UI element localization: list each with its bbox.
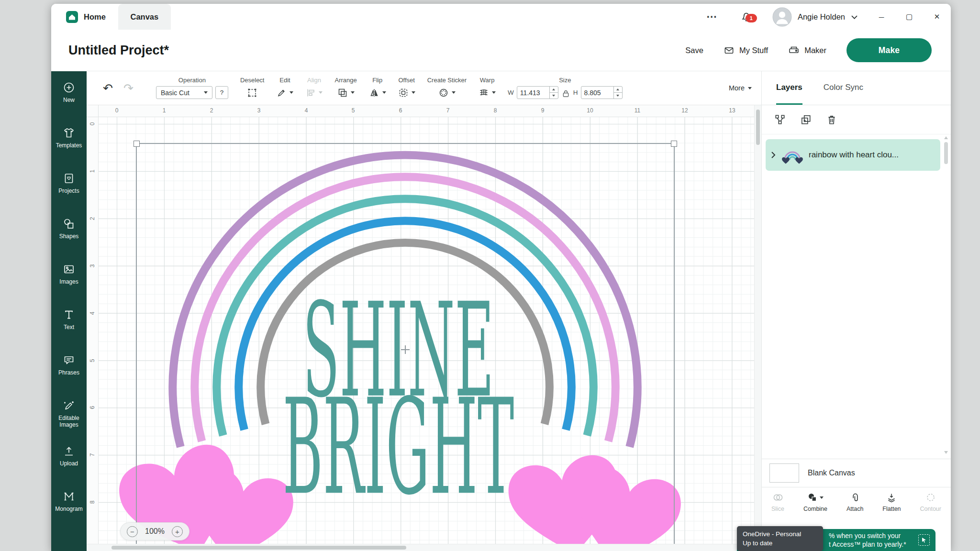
flip-button[interactable] — [369, 86, 386, 99]
sticker-icon — [438, 88, 449, 98]
more-button[interactable]: More — [729, 84, 752, 92]
contour-button: Contour — [920, 492, 941, 512]
chevron-right-icon[interactable] — [770, 151, 776, 159]
height-input[interactable]: 8.805 — [581, 86, 623, 99]
chevron-down-icon — [492, 91, 496, 94]
flip-group: Flip — [369, 77, 386, 99]
blank-canvas-row: Blank Canvas — [762, 459, 951, 487]
layers-scrollbar[interactable] — [944, 136, 948, 454]
step-up-icon — [616, 88, 619, 90]
tab-layers[interactable]: Layers — [776, 71, 802, 105]
chevron-down-icon — [319, 91, 323, 94]
machine-icon — [788, 44, 800, 56]
help-button[interactable]: ? — [215, 86, 228, 99]
zoom-control: − 100% + — [120, 522, 189, 540]
chevron-down-icon — [452, 91, 456, 94]
tshirt-icon — [63, 127, 75, 139]
sidebar-item-monogram[interactable]: Monogram — [51, 484, 87, 529]
make-button[interactable]: Make — [846, 38, 932, 62]
vertical-scroll-thumb[interactable] — [756, 110, 760, 145]
attach-button[interactable]: Attach — [846, 492, 863, 512]
canvas-workspace[interactable]: SHINE BRIGHT 0 1 2 3 4 5 6 7 8 9 10 11 1… — [87, 105, 761, 551]
projects-icon — [63, 172, 75, 185]
canvas-vertical-scrollbar[interactable] — [754, 105, 761, 544]
deselect-button[interactable] — [247, 86, 257, 99]
panel-tabs: Layers Color Sync — [762, 71, 951, 105]
sidebar-item-projects[interactable]: Projects — [51, 166, 87, 211]
onedrive-toast: OneDrive - Personal Up to date — [737, 526, 823, 551]
width-input[interactable]: 11.413 — [517, 86, 558, 99]
sidebar-item-templates[interactable]: Templates — [51, 121, 87, 166]
tab-home[interactable]: Home — [51, 4, 118, 30]
tab-canvas[interactable]: Canvas — [118, 4, 171, 30]
sidebar-item-text[interactable]: Text — [51, 302, 87, 348]
account-menu[interactable]: Angie Holden — [763, 7, 868, 27]
create-sticker-button[interactable] — [438, 86, 456, 99]
zoom-in-button[interactable]: + — [172, 526, 183, 537]
avatar — [772, 7, 792, 27]
user-name: Angie Holden — [798, 12, 845, 22]
trash-icon[interactable] — [826, 114, 837, 125]
editable-images-icon — [63, 399, 75, 412]
chevron-down-icon — [748, 87, 752, 89]
project-header: Untitled Project* Save My Stuff Maker — [51, 30, 951, 71]
warp-button[interactable] — [479, 86, 496, 99]
undo-icon[interactable]: ↶ — [103, 81, 113, 95]
edit-toolbar: ↶ ↷ Operation Basic Cut ? Deselect — [87, 71, 761, 105]
my-stuff-button[interactable]: My Stuff — [724, 45, 768, 56]
shapes-icon — [63, 218, 75, 230]
arrange-group: Arrange — [334, 77, 356, 99]
tab-home-label: Home — [84, 12, 106, 22]
blank-canvas-label: Blank Canvas — [808, 469, 855, 477]
machine-select-button[interactable]: Maker — [788, 44, 826, 56]
sidebar-item-new[interactable]: New — [51, 75, 87, 121]
notifications-button[interactable]: 1 — [730, 11, 763, 23]
main-content: New Templates Projects Shapes — [51, 71, 951, 551]
horizontal-scroll-thumb[interactable] — [111, 546, 406, 550]
ruler-horizontal: 0 1 2 3 4 5 6 7 8 9 10 11 12 13 — [87, 105, 761, 117]
layer-row-selected[interactable]: rainbow with heart clou... — [766, 139, 940, 171]
tab-color-sync[interactable]: Color Sync — [824, 71, 863, 105]
width-stepper[interactable] — [549, 87, 558, 99]
scroll-up-icon[interactable] — [944, 136, 948, 139]
zoom-out-button[interactable]: − — [127, 526, 138, 537]
group-icon[interactable] — [774, 114, 786, 125]
chevron-down-icon — [204, 91, 208, 94]
align-icon — [305, 88, 316, 98]
combine-button[interactable]: Combine — [803, 492, 827, 512]
sidebar-item-editable-images[interactable]: Editable Images — [51, 393, 87, 439]
selection-bounding-box[interactable] — [136, 143, 675, 551]
selection-handle-top-right[interactable] — [671, 141, 677, 147]
layers-scroll-thumb[interactable] — [944, 142, 948, 164]
sidebar-item-upload[interactable]: Upload — [51, 439, 87, 484]
save-button[interactable]: Save — [685, 46, 703, 55]
layer-list: rainbow with heart clou... — [762, 134, 951, 459]
overflow-menu-icon[interactable]: ⋯ — [694, 11, 730, 23]
sidebar-item-shapes[interactable]: Shapes — [51, 211, 87, 257]
maximize-button[interactable]: ▢ — [895, 4, 923, 30]
warp-group: Warp — [479, 77, 496, 99]
duplicate-icon[interactable] — [800, 114, 812, 125]
height-stepper[interactable] — [613, 87, 622, 99]
canvas-color-swatch[interactable] — [769, 463, 799, 483]
ruler-corner — [87, 105, 99, 117]
arrange-button[interactable] — [337, 86, 355, 99]
operation-select[interactable]: Basic Cut — [156, 86, 212, 99]
chevron-down-icon — [290, 91, 293, 94]
layer-thumbnail — [781, 146, 803, 164]
phrases-icon — [63, 354, 75, 366]
lock-icon[interactable] — [562, 89, 569, 98]
sidebar-item-phrases[interactable]: Phrases — [51, 348, 87, 393]
offset-button[interactable] — [398, 86, 415, 99]
app-window: Home Canvas ⋯ 1 Angie Holden — [51, 4, 951, 551]
minimize-button[interactable]: ─ — [868, 4, 895, 30]
flatten-button[interactable]: Flatten — [882, 492, 901, 512]
sidebar-item-images[interactable]: Images — [51, 257, 87, 302]
close-button[interactable]: ✕ — [923, 4, 951, 30]
operation-group: Operation Basic Cut ? — [156, 77, 228, 99]
zoom-level: 100% — [145, 527, 165, 536]
edit-button[interactable] — [276, 86, 293, 99]
scroll-down-icon[interactable] — [944, 451, 948, 454]
canvas-horizontal-scrollbar[interactable] — [87, 544, 755, 551]
selection-handle-top-left[interactable] — [134, 141, 140, 147]
